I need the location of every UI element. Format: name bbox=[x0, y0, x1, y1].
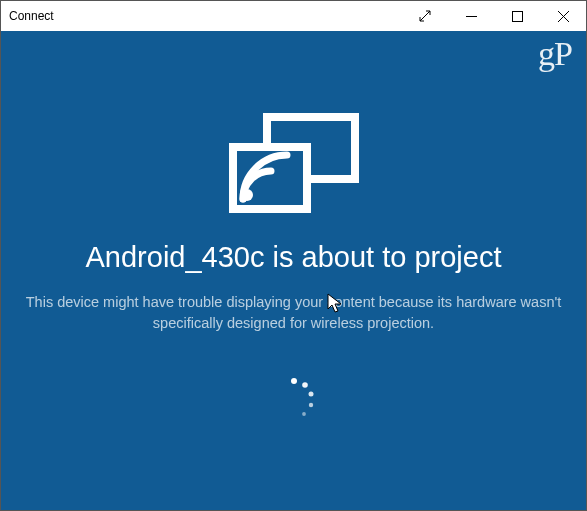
spinner-icon bbox=[269, 374, 319, 424]
projection-warning: This device might have trouble displayin… bbox=[1, 292, 586, 334]
expand-icon bbox=[419, 10, 431, 22]
svg-point-10 bbox=[308, 403, 312, 407]
maximize-icon bbox=[512, 11, 523, 22]
svg-point-9 bbox=[308, 392, 313, 397]
expand-button[interactable] bbox=[402, 1, 448, 31]
titlebar: Connect bbox=[1, 1, 586, 31]
projection-headline: Android_430c is about to project bbox=[1, 241, 586, 274]
minimize-button[interactable] bbox=[448, 1, 494, 31]
close-button[interactable] bbox=[540, 1, 586, 31]
svg-point-8 bbox=[302, 382, 308, 388]
svg-rect-1 bbox=[512, 11, 522, 21]
maximize-button[interactable] bbox=[494, 1, 540, 31]
minimize-icon bbox=[466, 11, 477, 22]
close-icon bbox=[558, 11, 569, 22]
watermark-logo: gP bbox=[538, 35, 572, 73]
svg-point-6 bbox=[241, 189, 253, 201]
loading-spinner bbox=[1, 374, 586, 424]
cast-icon bbox=[1, 113, 586, 213]
svg-point-7 bbox=[291, 378, 297, 384]
svg-point-11 bbox=[302, 412, 306, 416]
window-title: Connect bbox=[9, 9, 54, 23]
app-content: gP Android_430c is about to project This… bbox=[1, 31, 586, 510]
